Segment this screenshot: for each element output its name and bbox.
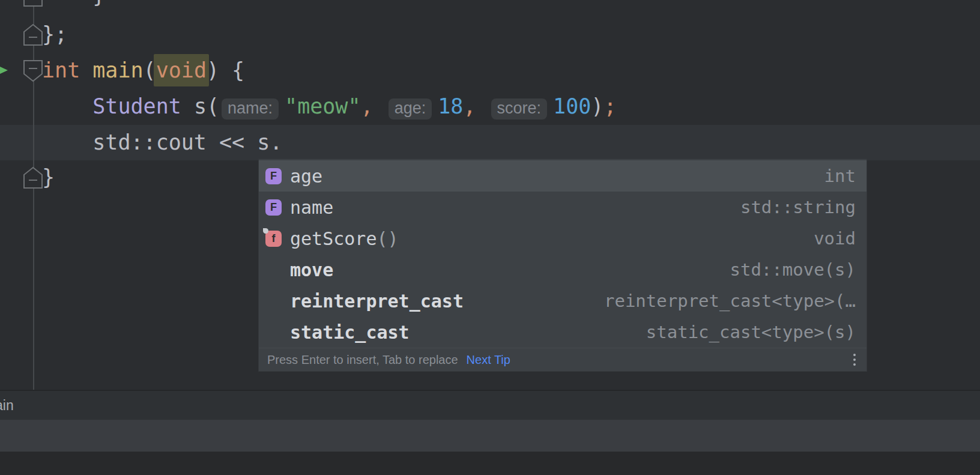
completion-type: std::string — [740, 197, 856, 217]
code-token: main — [92, 58, 143, 82]
code-token: void — [154, 54, 209, 86]
code-line-closing-brace-top[interactable]: } — [42, 0, 105, 13]
code-token: ) — [591, 94, 603, 118]
toolbar-band — [0, 420, 980, 452]
code-line-struct-end[interactable]: }; — [42, 16, 67, 52]
code-token: Student — [92, 94, 181, 118]
code-line-student-ctor[interactable]: Student s(name:"meow", age:18, score:100… — [42, 88, 616, 124]
inlay-parameter-hint: name: — [222, 98, 279, 120]
code-token: "meow" — [285, 94, 360, 118]
run-arrow-icon[interactable] — [0, 64, 9, 76]
completion-item-name[interactable]: Fnamestd::string — [259, 192, 867, 223]
completion-label: getScore — [290, 228, 377, 249]
code-line-main-end[interactable]: } — [42, 159, 55, 195]
field-icon: F — [265, 168, 282, 184]
fold-marker-struct-end[interactable] — [23, 23, 43, 46]
empty-icon-spacer — [265, 262, 282, 278]
code-token — [42, 94, 92, 118]
completion-label: age — [290, 166, 322, 187]
completion-popup: FageintFnamestd::stringfgetScore()voidmo… — [258, 159, 867, 372]
fold-marker-main-end[interactable] — [23, 166, 43, 189]
completion-type: void — [814, 228, 856, 249]
code-token: std::cout << s. — [42, 130, 282, 154]
code-token: int — [42, 58, 80, 82]
kebab-menu-icon[interactable] — [851, 351, 858, 368]
completion-type: std::move(s) — [730, 259, 856, 280]
completion-label-suffix: () — [377, 228, 399, 249]
fold-marker-main-start[interactable] — [23, 59, 43, 82]
code-token: , — [361, 94, 374, 118]
code-token: , — [463, 94, 476, 118]
code-token: 100 — [553, 94, 591, 118]
completion-label: move — [290, 259, 333, 280]
completion-item-reinterpret-cast[interactable]: reinterpret_castreinterpret_cast<type>(… — [259, 285, 867, 316]
code-token — [80, 58, 92, 82]
completion-footer-hint: Press Enter to insert, Tab to replace — [267, 353, 458, 367]
fold-marker-partial-top[interactable] — [23, 0, 43, 7]
code-token: }; — [42, 22, 67, 46]
code-token: s( — [181, 94, 219, 118]
function-icon: f — [265, 231, 282, 247]
code-token: } — [42, 0, 105, 7]
ide-window: }};int main(void) { Student s(name:"meow… — [0, 0, 980, 475]
completion-label: name — [290, 197, 333, 218]
completion-type: reinterpret_cast<type>(… — [604, 291, 856, 311]
code-token: ; — [603, 94, 616, 118]
empty-icon-spacer — [265, 324, 282, 340]
code-line-main-signature[interactable]: int main(void) { — [42, 52, 244, 88]
tool-window-label: ain — [0, 398, 14, 414]
code-token — [476, 94, 488, 118]
inlay-parameter-hint: age: — [389, 98, 432, 120]
gutter-fold-line — [33, 0, 34, 390]
inlay-parameter-hint: score: — [491, 98, 548, 120]
empty-icon-spacer — [265, 293, 282, 309]
tool-window-bar: ain — [0, 390, 980, 420]
field-icon: F — [265, 199, 282, 216]
completion-label: reinterpret_cast — [290, 291, 464, 312]
completion-item-age[interactable]: Fageint — [259, 160, 867, 192]
pin-overlay-icon — [263, 228, 268, 234]
completion-type: static_cast<type>(s) — [646, 322, 856, 342]
code-token — [374, 94, 386, 118]
next-tip-link[interactable]: Next Tip — [467, 353, 510, 367]
code-line-cout[interactable]: std::cout << s. — [42, 124, 282, 160]
completion-item-static-cast[interactable]: static_caststatic_cast<type>(s) — [259, 316, 867, 348]
completion-item-move[interactable]: movestd::move(s) — [259, 254, 867, 285]
completion-popup-footer: Press Enter to insert, Tab to replace Ne… — [259, 348, 867, 371]
completion-label: static_cast — [290, 322, 410, 343]
code-token: ) { — [207, 58, 244, 82]
completion-item-getscore[interactable]: fgetScore()void — [259, 223, 867, 254]
status-strip — [0, 452, 980, 475]
completion-type: int — [824, 166, 856, 186]
code-token: } — [42, 165, 55, 189]
code-token: 18 — [438, 94, 463, 118]
